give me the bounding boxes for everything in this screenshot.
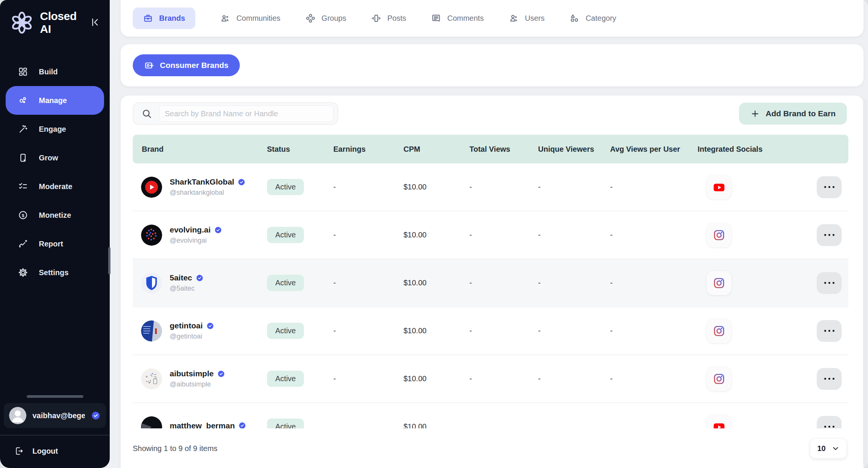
- row-actions-button[interactable]: [817, 320, 842, 342]
- row-actions-button[interactable]: [817, 416, 842, 429]
- tab-label: Users: [525, 14, 544, 23]
- sidebar-item-engage[interactable]: Engage: [6, 115, 104, 143]
- add-brand-button[interactable]: Add Brand to Earn: [739, 103, 847, 125]
- column-header-earnings: Earnings: [324, 145, 394, 154]
- brand-handle: @sharktankglobal: [170, 189, 245, 197]
- molecule-icon: [18, 95, 28, 106]
- users-icon: [509, 13, 519, 23]
- status-cell: Active: [258, 179, 324, 195]
- plus-icon: [750, 109, 760, 119]
- sidebar-item-build[interactable]: Build: [6, 57, 104, 86]
- actions-cell: [779, 272, 848, 294]
- youtube-icon: [707, 175, 732, 199]
- brand-handle: @getintoai: [170, 333, 214, 340]
- status-badge: Active: [267, 419, 304, 428]
- cpm-cell: $10.00: [394, 279, 460, 287]
- search-input[interactable]: [159, 105, 334, 122]
- brand-handle: @evolvingai: [170, 237, 222, 245]
- logout-button[interactable]: Logout: [0, 436, 58, 468]
- tab-label: Category: [586, 14, 616, 23]
- dollar-icon: $: [18, 210, 28, 220]
- table-header: BrandStatusEarningsCPMTotal ViewsUnique …: [133, 135, 848, 163]
- actions-cell: [779, 224, 848, 246]
- brand-cell: 5aitec@5aitec: [133, 272, 258, 294]
- grid-icon: [18, 66, 28, 77]
- sidebar-item-report[interactable]: Report: [6, 229, 104, 258]
- app-window: Closed AI BuildManageEngageGrowModerate$…: [0, 0, 868, 468]
- table-row[interactable]: matthew_bermanActive$10.00: [133, 403, 848, 428]
- brand-name: 5aitec: [170, 273, 192, 282]
- table-row[interactable]: getintoai@getintoaiActive-$10.00---: [133, 307, 848, 355]
- tab-posts[interactable]: Posts: [371, 13, 406, 23]
- cpm-cell: $10.00: [394, 183, 460, 191]
- actions-cell: [779, 176, 848, 198]
- brand-avatar: [141, 177, 162, 198]
- row-actions-button[interactable]: [817, 224, 842, 246]
- status-cell: Active: [258, 323, 324, 339]
- brand-name: aibutsimple: [170, 369, 214, 378]
- table-row[interactable]: 5aitec@5aitecActive-$10.00---: [133, 259, 848, 307]
- unique-viewers-cell: -: [529, 279, 601, 287]
- table-body: SharkTankGlobal@sharktankglobalActive-$1…: [133, 163, 848, 428]
- sidebar-item-monetize[interactable]: $Monetize: [6, 201, 104, 229]
- sidebar-item-moderate[interactable]: Moderate: [6, 172, 104, 201]
- page-size-select[interactable]: 10: [810, 438, 847, 459]
- brand-name: matthew_berman: [170, 421, 235, 429]
- row-actions-button[interactable]: [817, 272, 842, 294]
- sidebar-item-settings[interactable]: Settings: [6, 258, 104, 287]
- tab-category[interactable]: Category: [569, 13, 616, 23]
- earnings-cell: -: [324, 326, 394, 335]
- socials-cell: [689, 367, 779, 391]
- page-scrollbar[interactable]: [863, 99, 867, 466]
- brand-cell: evolving.ai@evolvingai: [133, 225, 258, 246]
- tab-users[interactable]: Users: [509, 13, 544, 23]
- consumer-brands-button[interactable]: Consumer Brands: [133, 54, 240, 76]
- user-account-card[interactable]: vaibhav@begenu...: [4, 403, 106, 428]
- sidebar-scrollbar[interactable]: [108, 247, 110, 274]
- tab-brands[interactable]: Brands: [133, 8, 195, 29]
- sidebar-collapse-button[interactable]: [88, 16, 101, 29]
- brand-name: SharkTankGlobal: [170, 177, 234, 186]
- openai-flower-logo-icon: [10, 11, 34, 35]
- page-size-value: 10: [817, 444, 825, 453]
- earnings-cell: -: [324, 183, 394, 191]
- tabs: BrandsCommunitiesGroupsPostsCommentsUser…: [133, 8, 616, 29]
- add-brand-label: Add Brand to Earn: [765, 109, 836, 118]
- status-badge: Active: [267, 371, 304, 387]
- status-badge: Active: [267, 179, 304, 195]
- status-badge: Active: [267, 275, 304, 291]
- column-header-status: Status: [258, 145, 324, 154]
- sidebar-item-grow[interactable]: Grow: [6, 143, 104, 172]
- status-cell: Active: [258, 275, 324, 291]
- instagram-icon: [707, 223, 732, 247]
- tab-comments[interactable]: Comments: [431, 13, 484, 23]
- instagram-icon: [707, 367, 732, 391]
- table-row[interactable]: evolving.ai@evolvingaiActive-$10.00---: [133, 211, 848, 259]
- sidebar-resize-handle[interactable]: [27, 395, 83, 398]
- search-icon: [141, 108, 152, 119]
- actions-cell: [779, 320, 848, 342]
- table-toolbar: Add Brand to Earn: [121, 95, 863, 125]
- search-box: [133, 102, 338, 125]
- brand-tag-icon: [144, 60, 154, 71]
- tab-communities[interactable]: Communities: [220, 13, 281, 23]
- cpm-cell: $10.00: [394, 231, 460, 239]
- status-cell: Active: [258, 371, 324, 387]
- tab-groups[interactable]: Groups: [305, 13, 347, 23]
- sidebar-item-manage[interactable]: Manage: [6, 86, 104, 115]
- sidebar-item-label: Moderate: [39, 182, 72, 191]
- row-actions-button[interactable]: [817, 176, 842, 198]
- table-row[interactable]: SharkTankGlobal@sharktankglobalActive-$1…: [133, 163, 848, 211]
- consumer-brands-label: Consumer Brands: [160, 61, 229, 70]
- row-actions-button[interactable]: [817, 368, 842, 390]
- unique-viewers-cell: -: [529, 374, 601, 383]
- unique-viewers-cell: -: [529, 183, 601, 191]
- table-row[interactable]: aibutsimple@aibutsimpleActive-$10.00---: [133, 355, 848, 403]
- avg-views-cell: -: [601, 374, 689, 383]
- verified-badge-icon: [206, 322, 214, 330]
- actions-cell: [779, 368, 848, 390]
- status-badge: Active: [267, 227, 304, 243]
- groups-icon: [305, 13, 316, 23]
- sidebar-item-label: Build: [39, 68, 58, 76]
- column-header-total-views: Total Views: [460, 145, 529, 154]
